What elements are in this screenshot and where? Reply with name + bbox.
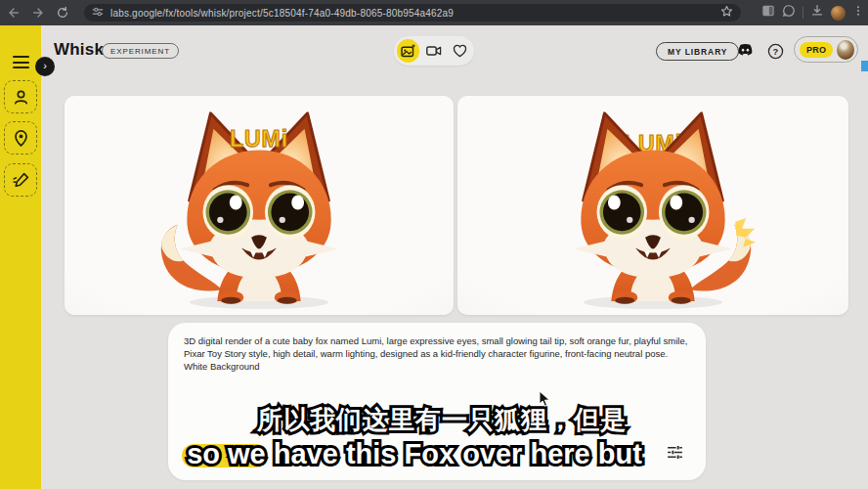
edge-artifact [861, 61, 868, 71]
discord-icon[interactable] [736, 43, 755, 62]
bookmark-star-icon[interactable] [720, 4, 733, 22]
toolbar-divider [803, 7, 803, 19]
subtitle-english: so we have this Fox over here but [0, 438, 848, 470]
url-text[interactable]: labs.google/fx/tools/whisk/project/5c185… [110, 8, 720, 19]
location-pin-icon [12, 129, 30, 148]
my-library-button[interactable]: MY LIBRARY [656, 42, 739, 61]
prompt-text[interactable]: 3D digital render of a cute baby fox nam… [184, 334, 690, 373]
fox-illustration [457, 96, 848, 315]
experiment-badge: EXPERIMENT [102, 43, 179, 59]
video-mode-button[interactable] [422, 39, 445, 63]
back-icon[interactable] [3, 5, 24, 21]
kebab-menu-icon[interactable] [852, 4, 864, 22]
favorites-button[interactable] [449, 39, 471, 63]
address-bar[interactable]: labs.google/fx/tools/whisk/project/5c185… [84, 4, 741, 22]
image-sparkle-icon [401, 44, 415, 59]
page-title: Whisk [54, 40, 104, 60]
browser-toolbar: labs.google/fx/tools/whisk/project/5c185… [0, 0, 868, 25]
hamburger-menu-icon[interactable] [13, 56, 29, 68]
sidebar-item-scene[interactable] [4, 121, 37, 155]
download-icon[interactable] [810, 4, 824, 22]
reload-icon[interactable] [52, 5, 73, 21]
person-icon [12, 88, 30, 107]
generated-image-right[interactable]: LUMi [457, 96, 848, 315]
app-window: labs.google/fx/tools/whisk/project/5c185… [0, 0, 868, 489]
avatar[interactable] [837, 40, 854, 60]
cursor-arrow [539, 390, 551, 412]
browser-profile-avatar[interactable] [831, 6, 846, 21]
pro-badge: PRO [800, 42, 833, 58]
svg-text:?: ? [773, 46, 779, 57]
forward-icon[interactable] [27, 5, 49, 21]
sidebar-item-subject[interactable] [4, 80, 37, 113]
side-panel-icon[interactable] [761, 4, 775, 22]
pen-style-icon [12, 171, 30, 190]
feedback-chat-icon[interactable] [782, 4, 796, 22]
sidebar-item-style[interactable] [4, 163, 37, 197]
account-pill[interactable]: PRO [794, 36, 858, 63]
heart-icon [453, 44, 467, 58]
fox-image [457, 96, 848, 315]
expand-sidebar-button[interactable]: › [35, 57, 55, 76]
image-mode-button[interactable] [397, 39, 419, 63]
fox-name-overlay: LUMi [65, 126, 454, 153]
video-camera-icon [426, 44, 442, 58]
mode-switcher [394, 36, 474, 66]
help-icon[interactable]: ? [767, 43, 784, 64]
subtitle-chinese: 所以我们这里有一只狐狸，但是 [8, 403, 868, 437]
site-info-icon[interactable] [92, 4, 104, 22]
generated-image-left[interactable]: LUMi [65, 96, 454, 315]
